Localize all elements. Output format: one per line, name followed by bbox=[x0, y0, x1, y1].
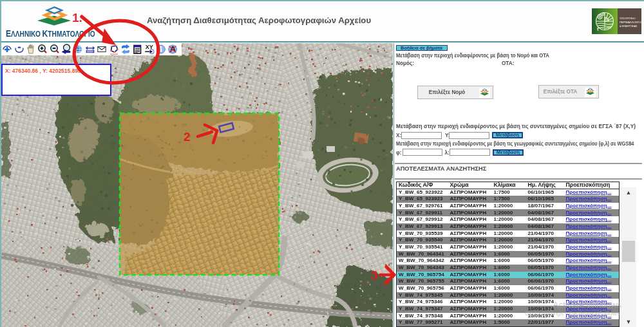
svg-text:3: 3 bbox=[371, 268, 378, 282]
svg-text:ΥΠΟΥΡΓΕΙΟ: ΥΠΟΥΡΓΕΙΟ bbox=[620, 17, 636, 20]
svg-text:& ΕΝΕΡΓΕΙΑΣ: & ΕΝΕΡΓΕΙΑΣ bbox=[620, 24, 638, 28]
svg-text:ΠΕΡΙΒΑΛΛΟΝΤΟΣ: ΠΕΡΙΒΑΛΛΟΝΤΟΣ bbox=[620, 21, 641, 24]
svg-text:2: 2 bbox=[184, 130, 191, 144]
